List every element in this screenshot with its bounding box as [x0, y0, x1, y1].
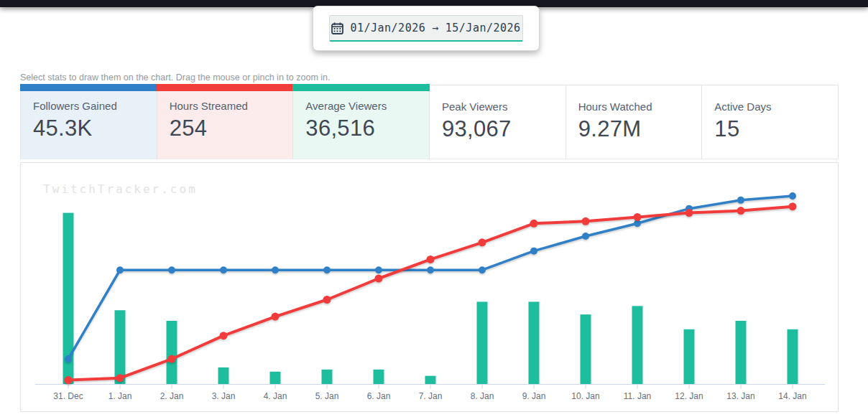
- x-axis-label: 5. Jan: [315, 391, 339, 401]
- data-point-8. Jan[interactable]: [479, 266, 486, 273]
- date-range-arrow-icon: →: [432, 22, 439, 34]
- data-point-7. Jan[interactable]: [427, 256, 435, 263]
- stat-card-hours-watched[interactable]: Hours Watched 9.27M: [566, 85, 703, 159]
- stat-card-active-days[interactable]: Active Days 15: [702, 85, 839, 159]
- x-axis-label: 3. Jan: [212, 391, 236, 401]
- data-point-4. Jan[interactable]: [272, 266, 279, 273]
- stat-label: Followers Gained: [33, 100, 149, 112]
- data-point-10. Jan[interactable]: [582, 217, 590, 225]
- stat-label: Active Days: [714, 100, 831, 113]
- data-point-12. Jan[interactable]: [685, 209, 693, 217]
- x-axis-label: 10. Jan: [571, 391, 599, 401]
- data-point-9. Jan[interactable]: [530, 220, 538, 228]
- x-axis-label: 1. Jan: [108, 391, 132, 401]
- data-point-1. Jan[interactable]: [116, 266, 124, 273]
- data-point-6. Jan[interactable]: [375, 266, 382, 273]
- stat-value: 254: [170, 116, 286, 141]
- x-axis-label: 11. Jan: [624, 391, 651, 401]
- x-axis-label: 6. Jan: [367, 391, 391, 401]
- data-point-3. Jan[interactable]: [220, 266, 227, 273]
- stat-value: 15: [714, 116, 831, 142]
- stat-card-hours-streamed[interactable]: Hours Streamed 254: [157, 85, 294, 159]
- stat-card-followers-gained[interactable]: Followers Gained 45.3K: [20, 85, 157, 159]
- data-point-13. Jan[interactable]: [737, 197, 744, 204]
- stat-label: Hours Streamed: [170, 100, 286, 112]
- stat-accent-strip: [292, 84, 430, 91]
- stat-value: 9.27M: [578, 116, 695, 142]
- data-point-31. Dec[interactable]: [65, 376, 73, 384]
- x-axis-label: 13. Jan: [726, 391, 754, 401]
- x-axis-label: 12. Jan: [675, 391, 703, 401]
- bar-6. Jan[interactable]: [374, 370, 384, 385]
- stat-label: Hours Watched: [578, 100, 695, 113]
- bar-4. Jan[interactable]: [270, 372, 281, 385]
- stat-accent-strip: [157, 84, 294, 91]
- data-point-11. Jan[interactable]: [634, 213, 642, 221]
- data-point-1. Jan[interactable]: [116, 374, 124, 382]
- data-point-13. Jan[interactable]: [737, 207, 745, 215]
- stat-card-peak-viewers[interactable]: Peak Viewers 93,067: [430, 85, 566, 159]
- x-axis-label: 31. Dec: [53, 391, 83, 401]
- bar-12. Jan[interactable]: [684, 329, 695, 385]
- data-point-3. Jan[interactable]: [220, 332, 228, 339]
- stat-label: Average Viewers: [305, 100, 422, 112]
- bar-11. Jan[interactable]: [632, 306, 643, 384]
- chart-helper-text: Select stats to draw them on the chart. …: [20, 72, 330, 83]
- stat-card-average-viewers[interactable]: Average Viewers 36,516: [293, 85, 430, 159]
- data-point-2. Jan[interactable]: [168, 355, 176, 363]
- x-axis-label: 2. Jan: [160, 391, 184, 401]
- stats-chart[interactable]: 31. Dec1. Jan2. Jan3. Jan4. Jan5. Jan6. …: [21, 163, 838, 411]
- data-point-6. Jan[interactable]: [375, 275, 383, 283]
- chart-area[interactable]: TwitchTracker.com 31. Dec1. Jan2. Jan3. …: [20, 162, 839, 412]
- stats-row: Followers Gained 45.3K Hours Streamed 25…: [20, 85, 839, 159]
- calendar-icon: [331, 22, 343, 34]
- data-point-10. Jan[interactable]: [582, 233, 589, 240]
- data-point-8. Jan[interactable]: [479, 238, 486, 246]
- bar-7. Jan[interactable]: [425, 376, 436, 385]
- date-range-end: 15/Jan/2026: [445, 22, 521, 34]
- bar-5. Jan[interactable]: [322, 370, 333, 385]
- bar-13. Jan[interactable]: [736, 321, 747, 385]
- data-point-4. Jan[interactable]: [272, 313, 280, 321]
- date-range-input[interactable]: 01/Jan/2026 → 15/Jan/2026: [329, 15, 523, 42]
- x-axis-label: 7. Jan: [419, 391, 443, 401]
- bar-1. Jan[interactable]: [115, 310, 126, 384]
- bar-8. Jan[interactable]: [477, 301, 488, 384]
- stat-label: Peak Viewers: [442, 100, 558, 113]
- date-range-start: 01/Jan/2026: [350, 22, 425, 34]
- data-point-5. Jan[interactable]: [323, 266, 331, 273]
- data-point-31. Dec[interactable]: [65, 355, 72, 362]
- data-point-9. Jan[interactable]: [530, 248, 537, 255]
- stat-value: 36,516: [305, 116, 422, 141]
- x-axis-label: 14. Jan: [778, 391, 806, 401]
- bar-10. Jan[interactable]: [581, 314, 591, 384]
- bar-14. Jan[interactable]: [788, 329, 798, 385]
- data-point-5. Jan[interactable]: [323, 296, 331, 304]
- data-point-7. Jan[interactable]: [427, 266, 434, 273]
- stat-value: 45.3K: [33, 116, 149, 141]
- data-point-14. Jan[interactable]: [789, 192, 796, 200]
- data-point-2. Jan[interactable]: [168, 266, 175, 273]
- stat-accent-strip: [20, 84, 157, 91]
- stat-value: 93,067: [442, 116, 558, 142]
- bar-3. Jan[interactable]: [218, 367, 229, 385]
- bar-9. Jan[interactable]: [529, 301, 540, 384]
- bar-2. Jan[interactable]: [167, 321, 177, 385]
- data-point-14. Jan[interactable]: [789, 202, 797, 210]
- date-range-card: 01/Jan/2026 → 15/Jan/2026: [313, 6, 540, 51]
- x-axis-label: 9. Jan: [522, 391, 546, 401]
- x-axis-label: 8. Jan: [471, 391, 494, 401]
- x-axis-label: 4. Jan: [264, 391, 287, 401]
